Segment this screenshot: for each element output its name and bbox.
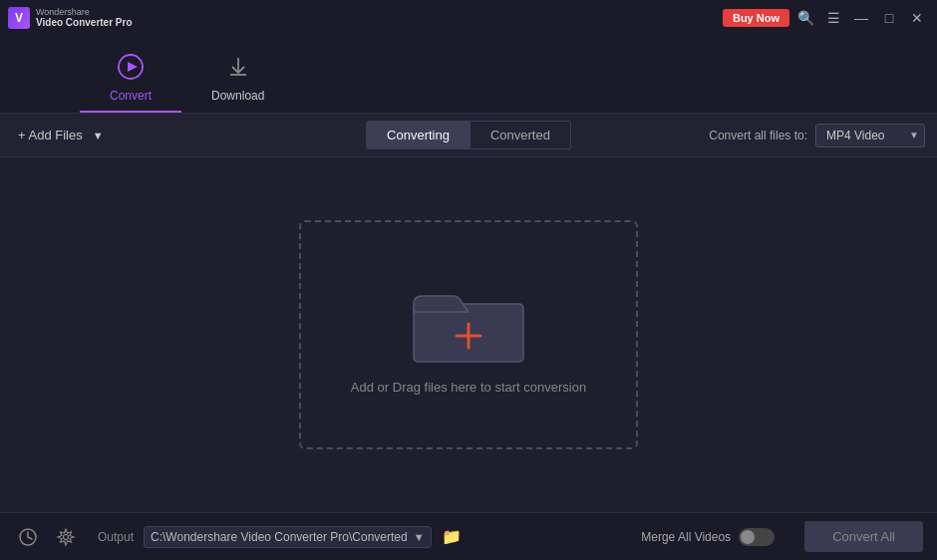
menu-icon[interactable]: ☰ xyxy=(821,6,845,30)
folder-icon xyxy=(409,276,528,366)
add-files-button[interactable]: + Add Files xyxy=(12,124,89,146)
download-tab-label: Download xyxy=(211,89,264,103)
output-path: C:\Wondershare Video Converter Pro\Conve… xyxy=(151,530,408,544)
minimize-icon[interactable]: — xyxy=(849,6,873,30)
toggle-knob xyxy=(741,530,755,544)
close-icon[interactable]: ✕ xyxy=(905,6,929,30)
app-name-top: Wondershare xyxy=(36,8,133,18)
add-files-dropdown-button[interactable]: ▼ xyxy=(89,126,108,145)
nav-tab-download[interactable]: Download xyxy=(181,53,294,113)
output-path-dropdown-button[interactable]: ▼ xyxy=(414,531,425,543)
app-logo: V xyxy=(8,7,30,29)
history-icon[interactable] xyxy=(14,523,42,551)
buy-now-button[interactable]: Buy Now xyxy=(723,9,789,27)
merge-toggle[interactable] xyxy=(739,528,775,546)
file-tab-group: Converting Converted xyxy=(366,121,571,149)
app-name-bottom: Video Converter Pro xyxy=(36,17,133,28)
format-select-wrapper: MP4 Video MKV Video AVI Video MOV Video … xyxy=(815,124,925,147)
convert-icon xyxy=(117,53,145,85)
bottom-bar: Output C:\Wondershare Video Converter Pr… xyxy=(0,512,937,560)
svg-point-8 xyxy=(64,534,69,539)
output-path-wrapper: C:\Wondershare Video Converter Pro\Conve… xyxy=(144,526,432,548)
output-label: Output xyxy=(98,530,134,544)
maximize-icon[interactable]: □ xyxy=(877,6,901,30)
title-bar-left: V Wondershare Video Converter Pro xyxy=(8,7,133,29)
drop-text: Add or Drag files here to start conversi… xyxy=(351,380,586,395)
convert-tab-label: Convert xyxy=(110,89,152,103)
search-icon[interactable]: 🔍 xyxy=(793,6,817,30)
toolbar: + Add Files ▼ Converting Converted Conve… xyxy=(0,114,937,157)
drop-area[interactable]: Add or Drag files here to start conversi… xyxy=(299,220,638,449)
svg-marker-1 xyxy=(128,62,138,72)
convert-all-label: Convert all files to: xyxy=(709,129,807,142)
converted-tab[interactable]: Converted xyxy=(470,121,571,149)
title-bar: V Wondershare Video Converter Pro Buy No… xyxy=(0,0,937,36)
main-content: Add or Drag files here to start conversi… xyxy=(0,157,937,512)
nav-bar: Convert Download xyxy=(0,36,937,114)
nav-tab-convert[interactable]: Convert xyxy=(80,53,181,113)
open-folder-icon[interactable]: 📁 xyxy=(442,527,462,546)
converting-tab[interactable]: Converting xyxy=(366,121,470,149)
settings-icon[interactable] xyxy=(52,523,80,551)
download-icon xyxy=(224,53,252,85)
merge-label: Merge All Videos xyxy=(641,530,731,544)
nav-tabs: Convert Download xyxy=(0,36,294,113)
title-bar-right: Buy Now 🔍 ☰ — □ ✕ xyxy=(723,6,929,30)
format-select[interactable]: MP4 Video MKV Video AVI Video MOV Video … xyxy=(815,124,925,147)
app-name: Wondershare Video Converter Pro xyxy=(36,8,133,29)
merge-group: Merge All Videos xyxy=(641,528,775,546)
convert-all-button[interactable]: Convert All xyxy=(804,521,923,552)
drop-zone[interactable]: Add or Drag files here to start conversi… xyxy=(0,157,937,512)
convert-all-group: Convert all files to: MP4 Video MKV Vide… xyxy=(709,124,925,147)
